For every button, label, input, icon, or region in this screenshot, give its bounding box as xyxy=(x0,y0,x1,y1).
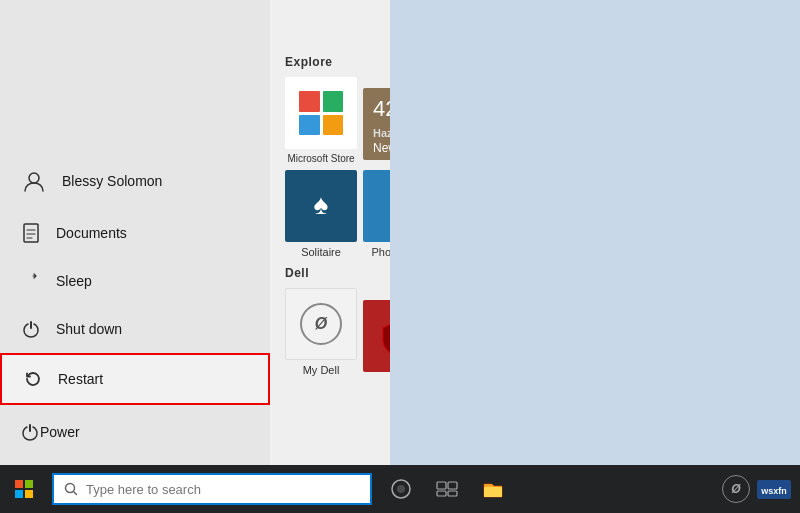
right-panel: ⌄ Explore Microsoft Sto xyxy=(270,0,390,465)
ms-grid-green xyxy=(323,91,344,112)
user-name: Blessy Solomon xyxy=(62,173,162,189)
shutdown-item[interactable]: Shut down xyxy=(0,305,270,353)
dell-label: Dell xyxy=(285,266,375,280)
svg-text:♠: ♠ xyxy=(314,189,329,220)
file-explorer-button[interactable] xyxy=(472,465,514,513)
start-button[interactable] xyxy=(0,465,48,513)
task-view-button[interactable] xyxy=(426,465,468,513)
sleep-label: Sleep xyxy=(56,273,92,289)
wsxfn-icon[interactable]: wsxfn xyxy=(756,465,792,513)
ms-store-label: Microsoft Store xyxy=(287,153,354,164)
svg-rect-23 xyxy=(484,487,502,497)
taskbar: Ø wsxfn xyxy=(0,465,800,513)
solitaire-label: Solitaire xyxy=(301,246,341,258)
mydell-tile[interactable]: Ø My Dell xyxy=(285,288,357,376)
svg-rect-21 xyxy=(437,491,446,496)
svg-rect-19 xyxy=(437,482,446,489)
svg-rect-12 xyxy=(15,480,23,488)
svg-point-18 xyxy=(397,485,405,493)
left-panel: Blessy Solomon Documents Sleep xyxy=(0,0,270,465)
shutdown-label: Shut down xyxy=(56,321,122,337)
shutdown-icon xyxy=(20,318,42,340)
power-item[interactable]: Power xyxy=(0,409,270,455)
search-icon xyxy=(64,482,78,496)
explore-tiles-row1: Microsoft Store 42° 42° 28° Haze xyxy=(285,77,375,164)
dell-tiles-row: Ø My Dell M xyxy=(285,288,375,376)
document-icon xyxy=(20,222,42,244)
haze-city: New Delhi xyxy=(373,141,390,155)
user-section[interactable]: Blessy Solomon xyxy=(0,153,270,209)
dell-taskbar-icon[interactable]: Ø xyxy=(718,465,754,513)
mydell-label: My Dell xyxy=(303,364,340,376)
restart-label: Restart xyxy=(58,371,103,387)
svg-rect-14 xyxy=(15,490,23,498)
restart-item[interactable]: Restart xyxy=(0,353,270,405)
sleep-icon xyxy=(20,270,42,292)
power-icon xyxy=(20,422,40,442)
haze-temp-main: 42° xyxy=(373,96,390,122)
svg-rect-22 xyxy=(448,491,457,496)
ms-store-tile[interactable]: Microsoft Store xyxy=(285,77,357,164)
ms-grid-blue xyxy=(299,115,320,136)
explore-tiles-row2: ♠ Solitaire Phone Link xyxy=(285,170,375,258)
cortana-button[interactable] xyxy=(380,465,422,513)
haze-condition: Haze xyxy=(373,127,390,139)
solitaire-tile[interactable]: ♠ Solitaire xyxy=(285,170,357,258)
ms-grid-red xyxy=(299,91,320,112)
svg-point-0 xyxy=(29,173,39,183)
mcafee-tile[interactable]: M xyxy=(363,288,390,376)
search-input[interactable] xyxy=(86,482,360,497)
explore-label: Explore xyxy=(285,55,375,69)
svg-rect-20 xyxy=(448,482,457,489)
power-label: Power xyxy=(40,424,80,440)
search-bar[interactable] xyxy=(52,473,372,505)
wsxfn-label: wsxfn xyxy=(761,486,787,496)
taskbar-icons xyxy=(380,465,514,513)
restart-icon xyxy=(22,368,44,390)
svg-rect-1 xyxy=(24,224,38,242)
phonelink-tile[interactable]: Phone Link xyxy=(363,170,390,258)
svg-rect-15 xyxy=(25,490,33,498)
start-menu: Blessy Solomon Documents Sleep xyxy=(0,0,390,465)
user-icon xyxy=(20,167,48,195)
taskbar-right: Ø wsxfn xyxy=(718,465,800,513)
svg-rect-13 xyxy=(25,480,33,488)
documents-label: Documents xyxy=(56,225,127,241)
dell-logo: Ø xyxy=(300,303,342,345)
ms-grid-yellow xyxy=(323,115,344,136)
haze-tile[interactable]: 42° 42° 28° Haze New Delhi xyxy=(363,77,390,164)
documents-item[interactable]: Documents xyxy=(0,209,270,257)
sleep-item[interactable]: Sleep xyxy=(0,257,270,305)
phonelink-label: Phone Link xyxy=(371,246,390,258)
